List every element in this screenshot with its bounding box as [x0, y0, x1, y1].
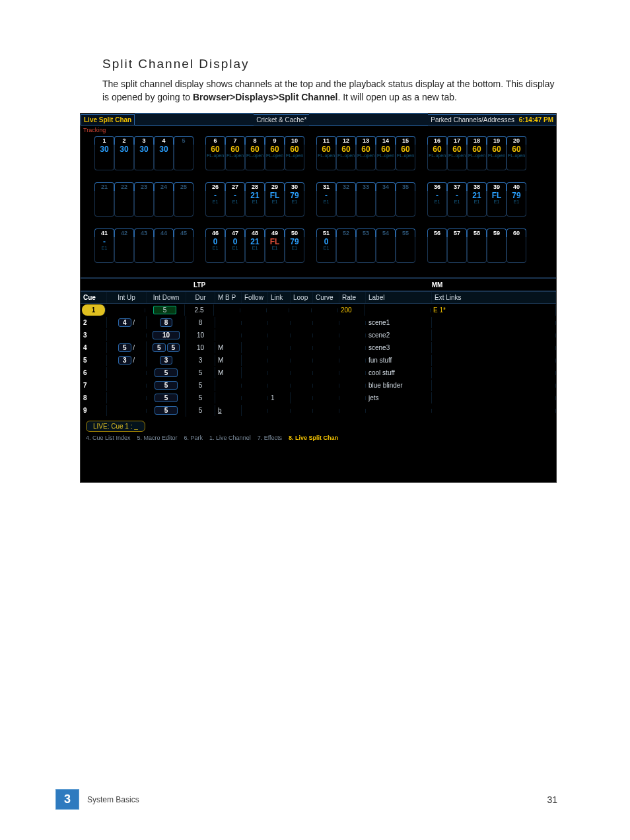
bottom-tab[interactable]: 6. Park	[184, 435, 203, 441]
bottom-tab[interactable]: 5. Macro Editor	[137, 435, 178, 441]
channel-cell[interactable]: 5	[174, 136, 193, 170]
cue-row[interactable]: 755blue blinder	[81, 379, 556, 392]
channel-number: 58	[467, 228, 487, 237]
cue-row[interactable]: 53 /33Mfun stuff	[81, 354, 556, 367]
channel-cell[interactable]: 26-E1	[206, 182, 225, 217]
channel-cell[interactable]: 37-E1	[448, 182, 466, 217]
channel-cell[interactable]: 39FLE1	[487, 182, 506, 217]
channel-cell[interactable]: 34	[376, 182, 395, 217]
command-line[interactable]: LIVE: Cue 1 : _	[86, 421, 551, 432]
cue-row[interactable]: 152.5200E 1*	[81, 304, 556, 316]
channel-cell[interactable]: 1560FL-open	[396, 136, 415, 170]
channel-number: 41	[94, 228, 114, 237]
channel-cell[interactable]: 510E1	[317, 228, 335, 263]
channel-cell[interactable]: 53	[357, 228, 375, 263]
channel-cell[interactable]: 3821E1	[468, 182, 486, 217]
bottom-tab[interactable]: 1. Live Channel	[209, 435, 251, 441]
channel-cell[interactable]: 2060FL-open	[507, 136, 526, 170]
channel-cell[interactable]: 960FL-open	[265, 136, 284, 170]
bottom-tab[interactable]: 4. Cue List Index	[86, 435, 131, 441]
channel-sub: E1	[232, 199, 238, 205]
cell-label: fun stuff	[366, 355, 432, 366]
title-bar: Live Split Chan Cricket & Cache* Parked …	[81, 114, 556, 125]
channel-cell[interactable]: 1160FL-open	[317, 136, 335, 170]
channel-cell[interactable]: 49FLE1	[265, 228, 284, 263]
channel-cell[interactable]: 44	[155, 228, 173, 263]
cell-intdown: 8	[147, 316, 186, 329]
channel-cell[interactable]: 430	[155, 136, 173, 170]
cell-intup	[107, 333, 147, 337]
channel-cell[interactable]: 130	[95, 136, 114, 170]
channel-sub: FL-open	[246, 153, 263, 158]
channel-cell[interactable]: 33	[357, 182, 375, 217]
channel-cell[interactable]: 56	[428, 228, 446, 263]
channel-cell[interactable]: 32	[337, 182, 355, 217]
channel-cell[interactable]: 31-E1	[317, 182, 335, 217]
channel-cell[interactable]: 860FL-open	[246, 136, 264, 170]
cue-row[interactable]: 24 /88scene1	[81, 316, 556, 329]
channel-cell[interactable]: 1660FL-open	[428, 136, 446, 170]
channel-cell[interactable]: 5079E1	[285, 228, 304, 263]
cue-row[interactable]: 8551jets	[81, 392, 556, 404]
channel-cell[interactable]: 3079E1	[285, 182, 304, 217]
channel-cell[interactable]: 25	[174, 182, 193, 217]
channel-cell[interactable]: 1760FL-open	[448, 136, 466, 170]
channel-cell[interactable]: 4821E1	[246, 228, 264, 263]
channel-cell[interactable]: 21	[95, 182, 114, 217]
channel-level: -	[103, 238, 106, 246]
cell-loop	[291, 359, 313, 363]
channel-number: 26	[205, 182, 225, 191]
cell-ext	[432, 346, 556, 350]
channel-cell[interactable]: 41-E1	[95, 228, 114, 263]
cue-row[interactable]: 955b	[81, 404, 556, 417]
channel-cell[interactable]: 660FL-open	[206, 136, 225, 170]
cue-row[interactable]: 31010scene2	[81, 329, 556, 341]
channel-cell[interactable]: 27-E1	[226, 182, 244, 217]
channel-cell[interactable]: 1460FL-open	[376, 136, 395, 170]
channel-cell[interactable]: 1360FL-open	[357, 136, 375, 170]
channel-number: 54	[376, 228, 396, 237]
channel-cell[interactable]: 43	[135, 228, 153, 263]
channel-cell[interactable]: 59	[487, 228, 506, 263]
channel-sub: E1	[324, 246, 330, 251]
channel-cell[interactable]: 24	[155, 182, 173, 217]
channel-sub: FL-open	[397, 153, 414, 158]
channel-cell[interactable]: 35	[396, 182, 415, 217]
channel-cell[interactable]: 460E1	[206, 228, 225, 263]
channel-cell[interactable]: 42	[115, 228, 133, 263]
channel-cell[interactable]: 1960FL-open	[487, 136, 506, 170]
channel-cell[interactable]: 57	[448, 228, 466, 263]
chapter-number: 3	[55, 789, 79, 810]
channel-cell[interactable]: 45	[174, 228, 193, 263]
channel-cell[interactable]: 29FLE1	[265, 182, 284, 217]
channel-cell[interactable]: 36-E1	[428, 182, 446, 217]
channel-cell[interactable]: 4079E1	[507, 182, 526, 217]
channel-cell[interactable]: 58	[468, 228, 486, 263]
cell-intdown: 5	[145, 304, 185, 316]
channel-number: 39	[487, 182, 507, 191]
channel-cell[interactable]: 55	[396, 228, 415, 263]
channel-sub: FL-open	[429, 153, 446, 158]
channel-cell[interactable]: 760FL-open	[226, 136, 244, 170]
cue-row[interactable]: 655Mcool stuff	[81, 367, 556, 379]
bottom-tab[interactable]: 8. Live Split Chan	[289, 435, 338, 441]
bottom-tab[interactable]: 7. Effects	[258, 435, 282, 441]
cell-rate	[339, 321, 366, 325]
channel-cell[interactable]: 52	[337, 228, 355, 263]
channel-cell[interactable]: 23	[135, 182, 153, 217]
channel-number: 46	[205, 228, 225, 237]
channel-cell[interactable]: 22	[115, 182, 133, 217]
channel-number: 22	[114, 182, 134, 191]
channel-cell[interactable]: 60	[507, 228, 526, 263]
channel-cell[interactable]: 1860FL-open	[468, 136, 486, 170]
channel-cell[interactable]: 230	[115, 136, 133, 170]
channel-cell[interactable]: 470E1	[226, 228, 244, 263]
channel-cell[interactable]: 1060FL-open	[285, 136, 304, 170]
channel-cell[interactable]: 2821E1	[246, 182, 264, 217]
channel-number: 60	[507, 228, 526, 237]
channel-cell[interactable]: 330	[135, 136, 153, 170]
cue-row[interactable]: 45 /5510Mscene3	[81, 341, 556, 354]
cell-rate	[339, 346, 366, 350]
channel-cell[interactable]: 54	[376, 228, 395, 263]
channel-cell[interactable]: 1260FL-open	[337, 136, 355, 170]
